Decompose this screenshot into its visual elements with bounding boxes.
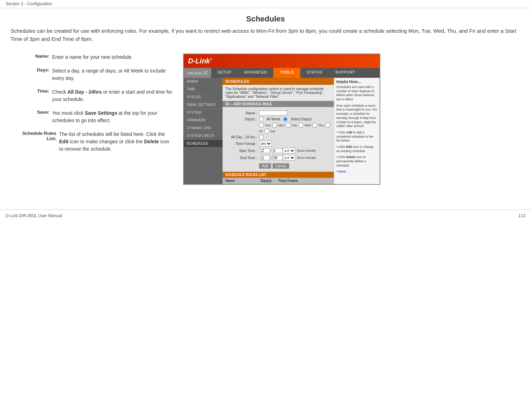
hint-5: • Click Delete icon to permanently delet… <box>336 155 377 168</box>
schedule-form: Name : Day(s) : All Week Select Day(s) <box>223 107 334 172</box>
cb-mon[interactable] <box>272 123 277 127</box>
info-item-name: Name: Enter a name for your new schedule… <box>11 54 173 61</box>
footer-right: 113 <box>518 213 525 218</box>
info-text-days: Select a day, a range of days, or All We… <box>52 67 173 82</box>
sidebar-item-dns[interactable]: DYNAMIC DNS <box>184 124 223 132</box>
form-label-endtime: End Time : <box>225 156 257 160</box>
sidebar-item-admin[interactable]: ADMIN <box>184 78 223 86</box>
sidebar-item-system[interactable]: SYSTEM <box>184 109 223 117</box>
right-panel: D-Link® DIR-850L /// SETUP ADVANCED TOOL… <box>183 54 520 185</box>
starttime-ampm[interactable]: a.m. p.m. <box>283 148 295 153</box>
page-intro-text: Schedules can be created for use with en… <box>0 27 531 50</box>
nav-status[interactable]: STATUS <box>300 68 329 78</box>
col-header-actions <box>320 179 331 183</box>
starttime-hour[interactable] <box>259 148 270 153</box>
form-row-buttons: Add Cancel <box>223 163 334 169</box>
content-area: Name: Enter a name for your new schedule… <box>0 50 531 188</box>
model-label: DIR-850L /// <box>184 68 211 78</box>
info-text-schedule-rules: The list of schedules will be listed her… <box>59 131 173 153</box>
timeformat-select[interactable]: am/pm 24hr <box>259 141 272 146</box>
info-item-save: Save: You must click Save Settings at th… <box>11 109 173 124</box>
nav-advanced[interactable]: ADVANCED <box>238 68 274 78</box>
col-header-days: Day(s) <box>261 179 278 183</box>
allweek-label: All Week <box>267 117 280 121</box>
radio-selectday[interactable] <box>283 117 288 121</box>
nav-setup[interactable]: SETUP <box>211 68 238 78</box>
starttime-hint: (hour:minute) <box>297 149 316 152</box>
hint-4: • Click Edit icon to change an existing … <box>336 145 377 153</box>
helpful-hints-panel: Helpful Hints... Schedules are used with… <box>334 78 380 184</box>
info-label-days: Days: <box>11 67 49 82</box>
page-footer: D-Link DIR-850L User Manual 113 <box>0 209 531 222</box>
days-radio-group: All Week Select Day(s) <box>259 117 312 121</box>
cb-sun[interactable] <box>259 123 264 127</box>
router-ui: D-Link® DIR-850L /// SETUP ADVANCED TOOL… <box>183 54 380 185</box>
footer-left: D-Link DIR-850L User Manual <box>6 213 62 218</box>
form-row-timeformat: Time Format : am/pm 24hr <box>223 140 334 147</box>
sidebar-item-time[interactable]: TIME <box>184 86 223 93</box>
info-label-name: Name: <box>11 54 49 61</box>
cb-tue[interactable] <box>286 123 291 127</box>
hint-2: Give each schedule a name that is meanin… <box>336 104 377 128</box>
form-row-starttime: Start Time : : a.m. p.m. (hour:minute) <box>223 147 334 154</box>
sidebar-item-syslog[interactable]: SYSLOG <box>184 93 223 101</box>
rules-table: Name Day(s) Time Frame <box>223 178 334 184</box>
section-title: SCHEDULES <box>223 78 334 85</box>
sidebar-item-schedules[interactable]: SCHEDULES <box>184 140 223 148</box>
info-item-schedule-rules: Schedule RulesList: The list of schedule… <box>11 131 173 153</box>
cb-thu[interactable] <box>312 123 317 127</box>
name-input[interactable] <box>259 111 287 115</box>
page-title: Schedules <box>0 8 531 27</box>
selectday-label: Select Day(s) <box>291 117 312 121</box>
sidebar-item-syscheck[interactable]: SYSTEM CHECK <box>184 132 223 140</box>
sidebar-item-email[interactable]: EMAIL SETTINGS <box>184 101 223 109</box>
endtime-ampm[interactable]: p.m. a.m. <box>283 155 295 161</box>
info-text-save: You must click Save Settings at the top … <box>52 109 173 124</box>
cancel-button[interactable]: Cancel <box>273 163 289 169</box>
dlink-logo: D-Link® <box>188 57 212 65</box>
info-text-name: Enter a name for your new schedule. <box>52 54 173 61</box>
hint-more[interactable]: • More... <box>336 170 377 174</box>
radio-allweek[interactable] <box>259 117 264 121</box>
endtime-hour[interactable] <box>259 155 270 160</box>
info-item-time: Time: Check All Day - 24hrs or enter a s… <box>11 88 173 103</box>
nav-bar: DIR-850L /// SETUP ADVANCED TOOLS STATUS… <box>184 68 380 78</box>
info-item-days: Days: Select a day, a range of days, or … <box>11 67 173 82</box>
info-label-schedule-rules: Schedule RulesList: <box>11 131 56 153</box>
cb-fri[interactable] <box>325 123 330 127</box>
hint-1: Schedules are used with a number of othe… <box>336 85 377 102</box>
left-panel: Name: Enter a name for your new schedule… <box>11 54 173 185</box>
endtime-hint: (hour:minute) <box>297 156 316 159</box>
info-label-save: Save: <box>11 109 49 124</box>
form-row-days: Day(s) : All Week Select Day(s) <box>223 116 334 122</box>
cb-sat[interactable] <box>264 129 269 133</box>
hints-title: Helpful Hints... <box>336 80 377 84</box>
info-text-time: Check All Day - 24hrs or enter a start a… <box>52 88 173 103</box>
sidebar-item-firmware[interactable]: FIRMWARE <box>184 117 223 124</box>
starttime-min[interactable] <box>272 148 283 153</box>
col-header-timeframe: Time Frame <box>278 179 320 183</box>
page-section-header: Section 3 - Configuration <box>0 0 531 8</box>
allday-checkbox[interactable] <box>259 135 264 139</box>
col-header-name: Name <box>225 179 261 183</box>
nav-tools[interactable]: TOOLS <box>273 68 300 78</box>
form-label-starttime: Start Time : <box>225 149 257 153</box>
add-button[interactable]: Add <box>259 163 271 169</box>
cb-wed[interactable] <box>299 123 303 127</box>
router-body: ADMIN TIME SYSLOG EMAIL SETTINGS SYSTEM … <box>184 78 380 184</box>
form-label-name: Name : <box>225 111 257 115</box>
form-label-allday: All Day - 24 hrs : <box>225 135 257 139</box>
form-label-days: Day(s) : <box>225 117 257 121</box>
form-label-timeformat: Time Format : <box>225 142 257 146</box>
section-description: The Schedule configuration option is use… <box>223 85 334 101</box>
nav-support[interactable]: SUPPORT <box>329 68 362 78</box>
form-row-allday: All Day - 24 hrs : <box>223 134 334 140</box>
days-checkbox-group: Sun Mon Tue Wed Thu Fri Sat <box>259 123 331 133</box>
sidebar: ADMIN TIME SYSLOG EMAIL SETTINGS SYSTEM … <box>184 78 223 184</box>
hint-3: • Click Add to add a completed schedule … <box>336 131 377 143</box>
endtime-min[interactable] <box>272 155 283 160</box>
main-content-area: SCHEDULES The Schedule configuration opt… <box>223 78 334 184</box>
info-label-time: Time: <box>11 88 49 103</box>
table-header-row: Name Day(s) Time Frame <box>223 178 334 184</box>
rules-list-header: SCHEDULE RULES LIST <box>223 172 334 178</box>
